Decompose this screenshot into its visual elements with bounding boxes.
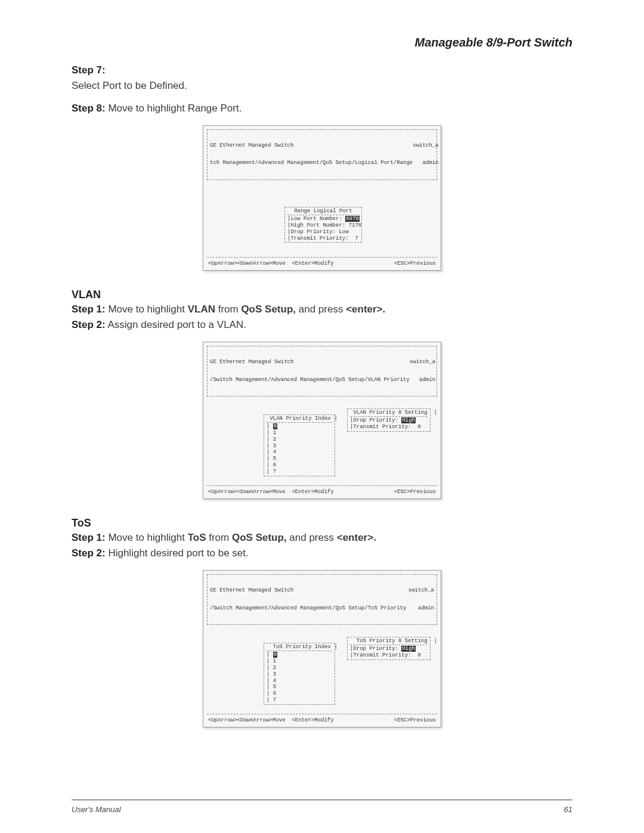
screenshot-tos: GE Ethernet Managed Switch /Switch Manag…	[203, 570, 441, 727]
screenshot-vlan: GE Ethernet Managed Switch /Switch Manag…	[203, 342, 441, 499]
step7-text: Select Port to be Defined.	[72, 80, 572, 92]
scr3-user: admin	[408, 606, 434, 612]
vlan-setting-title: VLAN Priority 0 Setting |	[350, 410, 428, 417]
step7-label-row: Step 7:	[72, 64, 572, 76]
low-port-value[interactable]: 6970	[345, 216, 360, 222]
scr2-user: admin	[410, 377, 435, 383]
tos-index-list[interactable]: | 0 | 1 | 2 | 3 | 4 | 5 | 6 | 7	[267, 652, 332, 703]
scr3-footer-right: <ESC>Previous	[394, 717, 436, 723]
step8-label: Step 8:	[72, 103, 106, 114]
vlan-drop-value[interactable]: High	[401, 417, 416, 423]
scr2-header: GE Ethernet Managed Switch /Switch Manag…	[207, 346, 437, 397]
tos-transmit-row: |Transmit Priority: 0	[350, 652, 428, 659]
tos-index-box: ToS Priority Index | | 0 | 1 | 2 | 3 | 4…	[264, 643, 335, 704]
tos-index-title: ToS Priority Index |	[267, 644, 332, 651]
scr1-footer-right: <ESC>Previous	[394, 261, 436, 267]
low-port-row: |Low Port Number: 6970	[287, 216, 359, 222]
step8-row: Step 8: Move to highlight Range Port.	[72, 103, 572, 114]
vlan-step2-row: Step 2: Assign desired port to a VLAN.	[72, 319, 572, 331]
range-box-title: Range Logical Port	[287, 208, 359, 215]
high-port-row: |High Port Number: 7170	[287, 222, 359, 229]
vlan-step1-row: Step 1: Move to highlight VLAN from QoS …	[72, 304, 572, 315]
high-port-value[interactable]: 7170	[349, 222, 362, 228]
scr3-footer-left: <UpArrow><DownArrow>Move <Enter>Modify	[208, 717, 334, 723]
vlan-transmit-row: |Transmit Priority: 0	[350, 424, 428, 431]
scr3-breadcrumb: /Switch Management/Advanced Management/Q…	[210, 606, 406, 612]
scr1-header: GE Ethernet Managed Switch tch Managemen…	[207, 129, 437, 180]
scr1-footer: <UpArrow><DownArrow>Move <Enter>Modify <…	[207, 260, 437, 267]
scr1-body: Range Logical Port |Low Port Number: 697…	[207, 180, 437, 258]
vlan-index-title: VLAN Priority Index |	[267, 416, 332, 423]
footer-left: User's Manual	[72, 805, 121, 814]
scr2-body: VLAN Priority Index | | 0 | 1 | 2 | 3 | …	[207, 397, 437, 486]
scr1-title: GE Ethernet Managed Switch	[210, 143, 413, 149]
page-footer-rule	[72, 800, 572, 800]
transmit-priority-value[interactable]: 7	[355, 236, 358, 241]
vlan-transmit-value[interactable]: 0	[417, 424, 420, 430]
scr3-header: GE Ethernet Managed Switch /Switch Manag…	[207, 574, 437, 625]
tos-drop-value[interactable]: High	[401, 646, 416, 652]
tos-setting-title: ToS Priority 0 Setting |	[350, 638, 428, 645]
range-logical-port-box: Range Logical Port |Low Port Number: 697…	[284, 207, 362, 243]
page-header: Manageable 8/9-Port Switch	[72, 36, 572, 49]
tos-transmit-value[interactable]: 0	[417, 652, 420, 658]
tos-step2-row: Step 2: Highlight desired port to be set…	[72, 547, 572, 559]
scr3-title: GE Ethernet Managed Switch	[210, 588, 406, 594]
vlan-drop-row: |Drop Priority: High	[350, 417, 428, 424]
vlan-title: VLAN	[72, 289, 572, 301]
page-footer: User's Manual 61	[72, 805, 572, 814]
scr1-user: admin	[413, 160, 438, 166]
transmit-priority-row: |Transmit Priority: 7	[287, 236, 359, 242]
scr2-breadcrumb: /Switch Management/Advanced Management/Q…	[210, 377, 410, 383]
scr2-footer: <UpArrow><DownArrow>Move <Enter>Modify <…	[207, 488, 437, 495]
vlan-index-box: VLAN Priority Index | | 0 | 1 | 2 | 3 | …	[264, 414, 335, 476]
step8-text: Move to highlight Range Port.	[106, 103, 242, 114]
drop-priority-value[interactable]: Low	[339, 229, 348, 235]
scr2-footer-right: <ESC>Previous	[394, 489, 436, 495]
vlan-index-list[interactable]: | 0 | 1 | 2 | 3 | 4 | 5 | 6 | 7	[267, 423, 332, 475]
scr1-footer-left: <UpArrow><DownArrow>Move <Enter>Modify	[208, 261, 334, 267]
tos-step2-label: Step 2:	[72, 547, 106, 559]
tos-title: ToS	[72, 517, 572, 529]
tos-setting-box: ToS Priority 0 Setting | |Drop Priority:…	[347, 637, 431, 660]
drop-priority-row: |Drop Priority: Low	[287, 229, 359, 236]
vlan-setting-box: VLAN Priority 0 Setting | |Drop Priority…	[347, 408, 431, 432]
footer-page-number: 61	[564, 805, 572, 814]
screenshot-range-port: GE Ethernet Managed Switch tch Managemen…	[203, 125, 441, 271]
scr3-body: ToS Priority Index | | 0 | 1 | 2 | 3 | 4…	[207, 625, 437, 714]
scr3-host: switch_a	[408, 588, 434, 594]
vlan-step2-label: Step 2:	[72, 319, 106, 330]
scr1-breadcrumb: tch Management/Advanced Management/QoS S…	[210, 160, 413, 166]
scr1-host: switch_a	[413, 143, 438, 149]
tos-step1-label: Step 1:	[72, 532, 106, 543]
scr2-host: switch_a	[410, 360, 435, 366]
scr2-footer-left: <UpArrow><DownArrow>Move <Enter>Modify	[208, 489, 334, 495]
scr3-footer: <UpArrow><DownArrow>Move <Enter>Modify <…	[207, 717, 437, 723]
vlan-step1-label: Step 1:	[72, 304, 106, 315]
tos-drop-row: |Drop Priority: High	[350, 646, 428, 652]
tos-step1-row: Step 1: Move to highlight ToS from QoS S…	[72, 532, 572, 544]
scr2-title: GE Ethernet Managed Switch	[210, 360, 410, 366]
step7-label: Step 7:	[72, 64, 106, 76]
